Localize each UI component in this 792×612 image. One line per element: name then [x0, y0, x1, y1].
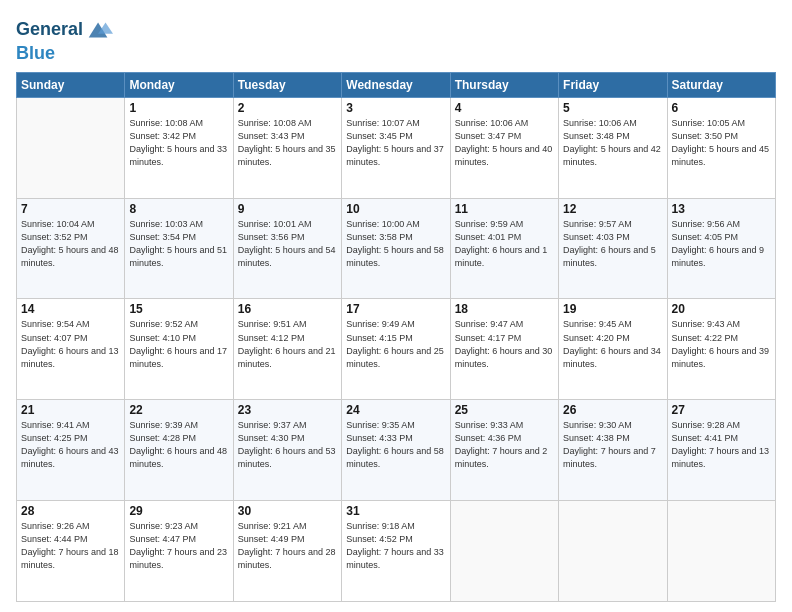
day-number: 31 — [346, 504, 445, 518]
day-info: Sunrise: 9:28 AMSunset: 4:41 PMDaylight:… — [672, 419, 771, 471]
day-info: Sunrise: 9:57 AMSunset: 4:03 PMDaylight:… — [563, 218, 662, 270]
day-info: Sunrise: 10:07 AMSunset: 3:45 PMDaylight… — [346, 117, 445, 169]
calendar-day-cell — [450, 501, 558, 602]
calendar-day-cell: 19Sunrise: 9:45 AMSunset: 4:20 PMDayligh… — [559, 299, 667, 400]
calendar-day-header: Sunday — [17, 72, 125, 97]
calendar-day-cell: 5Sunrise: 10:06 AMSunset: 3:48 PMDayligh… — [559, 97, 667, 198]
day-info: Sunrise: 9:18 AMSunset: 4:52 PMDaylight:… — [346, 520, 445, 572]
day-number: 5 — [563, 101, 662, 115]
logo-text2: Blue — [16, 43, 55, 63]
calendar-day-cell: 4Sunrise: 10:06 AMSunset: 3:47 PMDayligh… — [450, 97, 558, 198]
calendar-day-cell: 3Sunrise: 10:07 AMSunset: 3:45 PMDayligh… — [342, 97, 450, 198]
day-number: 19 — [563, 302, 662, 316]
calendar-week-row: 1Sunrise: 10:08 AMSunset: 3:42 PMDayligh… — [17, 97, 776, 198]
header: General Blue — [16, 16, 776, 64]
day-number: 15 — [129, 302, 228, 316]
day-number: 1 — [129, 101, 228, 115]
day-info: Sunrise: 10:01 AMSunset: 3:56 PMDaylight… — [238, 218, 337, 270]
day-number: 10 — [346, 202, 445, 216]
calendar-day-header: Thursday — [450, 72, 558, 97]
calendar-week-row: 14Sunrise: 9:54 AMSunset: 4:07 PMDayligh… — [17, 299, 776, 400]
day-number: 2 — [238, 101, 337, 115]
logo-text: General — [16, 20, 83, 40]
day-info: Sunrise: 9:41 AMSunset: 4:25 PMDaylight:… — [21, 419, 120, 471]
day-number: 8 — [129, 202, 228, 216]
calendar-day-cell: 24Sunrise: 9:35 AMSunset: 4:33 PMDayligh… — [342, 400, 450, 501]
calendar-day-cell: 31Sunrise: 9:18 AMSunset: 4:52 PMDayligh… — [342, 501, 450, 602]
day-number: 3 — [346, 101, 445, 115]
calendar-day-cell: 17Sunrise: 9:49 AMSunset: 4:15 PMDayligh… — [342, 299, 450, 400]
calendar-day-cell: 16Sunrise: 9:51 AMSunset: 4:12 PMDayligh… — [233, 299, 341, 400]
calendar-day-cell: 23Sunrise: 9:37 AMSunset: 4:30 PMDayligh… — [233, 400, 341, 501]
day-number: 16 — [238, 302, 337, 316]
page: General Blue SundayMondayTuesdayWednesda… — [0, 0, 792, 612]
day-number: 24 — [346, 403, 445, 417]
day-info: Sunrise: 9:26 AMSunset: 4:44 PMDaylight:… — [21, 520, 120, 572]
day-number: 20 — [672, 302, 771, 316]
calendar-day-header: Monday — [125, 72, 233, 97]
day-info: Sunrise: 9:35 AMSunset: 4:33 PMDaylight:… — [346, 419, 445, 471]
calendar-day-header: Friday — [559, 72, 667, 97]
day-number: 4 — [455, 101, 554, 115]
calendar-week-row: 28Sunrise: 9:26 AMSunset: 4:44 PMDayligh… — [17, 501, 776, 602]
calendar-header-row: SundayMondayTuesdayWednesdayThursdayFrid… — [17, 72, 776, 97]
calendar-day-cell: 29Sunrise: 9:23 AMSunset: 4:47 PMDayligh… — [125, 501, 233, 602]
calendar-week-row: 21Sunrise: 9:41 AMSunset: 4:25 PMDayligh… — [17, 400, 776, 501]
calendar-day-cell: 10Sunrise: 10:00 AMSunset: 3:58 PMDaylig… — [342, 198, 450, 299]
calendar-day-cell: 13Sunrise: 9:56 AMSunset: 4:05 PMDayligh… — [667, 198, 775, 299]
logo-icon — [85, 16, 113, 44]
calendar-day-cell: 30Sunrise: 9:21 AMSunset: 4:49 PMDayligh… — [233, 501, 341, 602]
day-info: Sunrise: 9:30 AMSunset: 4:38 PMDaylight:… — [563, 419, 662, 471]
day-number: 29 — [129, 504, 228, 518]
calendar-day-cell: 28Sunrise: 9:26 AMSunset: 4:44 PMDayligh… — [17, 501, 125, 602]
day-info: Sunrise: 10:04 AMSunset: 3:52 PMDaylight… — [21, 218, 120, 270]
calendar-day-cell: 2Sunrise: 10:08 AMSunset: 3:43 PMDayligh… — [233, 97, 341, 198]
day-info: Sunrise: 10:08 AMSunset: 3:42 PMDaylight… — [129, 117, 228, 169]
calendar-day-cell: 1Sunrise: 10:08 AMSunset: 3:42 PMDayligh… — [125, 97, 233, 198]
calendar-day-cell: 6Sunrise: 10:05 AMSunset: 3:50 PMDayligh… — [667, 97, 775, 198]
calendar-day-cell: 25Sunrise: 9:33 AMSunset: 4:36 PMDayligh… — [450, 400, 558, 501]
day-info: Sunrise: 9:45 AMSunset: 4:20 PMDaylight:… — [563, 318, 662, 370]
day-info: Sunrise: 9:49 AMSunset: 4:15 PMDaylight:… — [346, 318, 445, 370]
day-info: Sunrise: 9:59 AMSunset: 4:01 PMDaylight:… — [455, 218, 554, 270]
day-info: Sunrise: 9:43 AMSunset: 4:22 PMDaylight:… — [672, 318, 771, 370]
day-number: 25 — [455, 403, 554, 417]
calendar-day-cell: 15Sunrise: 9:52 AMSunset: 4:10 PMDayligh… — [125, 299, 233, 400]
calendar-day-cell: 26Sunrise: 9:30 AMSunset: 4:38 PMDayligh… — [559, 400, 667, 501]
day-number: 7 — [21, 202, 120, 216]
day-info: Sunrise: 9:39 AMSunset: 4:28 PMDaylight:… — [129, 419, 228, 471]
day-info: Sunrise: 9:54 AMSunset: 4:07 PMDaylight:… — [21, 318, 120, 370]
day-info: Sunrise: 10:06 AMSunset: 3:48 PMDaylight… — [563, 117, 662, 169]
day-number: 27 — [672, 403, 771, 417]
day-number: 12 — [563, 202, 662, 216]
day-info: Sunrise: 10:08 AMSunset: 3:43 PMDaylight… — [238, 117, 337, 169]
day-info: Sunrise: 9:37 AMSunset: 4:30 PMDaylight:… — [238, 419, 337, 471]
day-number: 21 — [21, 403, 120, 417]
calendar-day-cell: 27Sunrise: 9:28 AMSunset: 4:41 PMDayligh… — [667, 400, 775, 501]
day-number: 17 — [346, 302, 445, 316]
calendar-day-cell — [17, 97, 125, 198]
calendar-day-cell — [559, 501, 667, 602]
day-number: 9 — [238, 202, 337, 216]
day-number: 18 — [455, 302, 554, 316]
day-info: Sunrise: 9:23 AMSunset: 4:47 PMDaylight:… — [129, 520, 228, 572]
calendar-day-cell: 20Sunrise: 9:43 AMSunset: 4:22 PMDayligh… — [667, 299, 775, 400]
calendar-day-header: Tuesday — [233, 72, 341, 97]
calendar-day-cell: 14Sunrise: 9:54 AMSunset: 4:07 PMDayligh… — [17, 299, 125, 400]
day-number: 28 — [21, 504, 120, 518]
calendar-day-cell: 22Sunrise: 9:39 AMSunset: 4:28 PMDayligh… — [125, 400, 233, 501]
day-info: Sunrise: 10:05 AMSunset: 3:50 PMDaylight… — [672, 117, 771, 169]
day-info: Sunrise: 9:47 AMSunset: 4:17 PMDaylight:… — [455, 318, 554, 370]
calendar-day-cell: 9Sunrise: 10:01 AMSunset: 3:56 PMDayligh… — [233, 198, 341, 299]
logo: General Blue — [16, 16, 113, 64]
day-info: Sunrise: 9:51 AMSunset: 4:12 PMDaylight:… — [238, 318, 337, 370]
day-number: 6 — [672, 101, 771, 115]
calendar-day-cell: 11Sunrise: 9:59 AMSunset: 4:01 PMDayligh… — [450, 198, 558, 299]
calendar-day-cell: 8Sunrise: 10:03 AMSunset: 3:54 PMDayligh… — [125, 198, 233, 299]
day-info: Sunrise: 10:03 AMSunset: 3:54 PMDaylight… — [129, 218, 228, 270]
day-number: 30 — [238, 504, 337, 518]
day-info: Sunrise: 9:52 AMSunset: 4:10 PMDaylight:… — [129, 318, 228, 370]
day-info: Sunrise: 10:00 AMSunset: 3:58 PMDaylight… — [346, 218, 445, 270]
day-number: 23 — [238, 403, 337, 417]
calendar-table: SundayMondayTuesdayWednesdayThursdayFrid… — [16, 72, 776, 602]
